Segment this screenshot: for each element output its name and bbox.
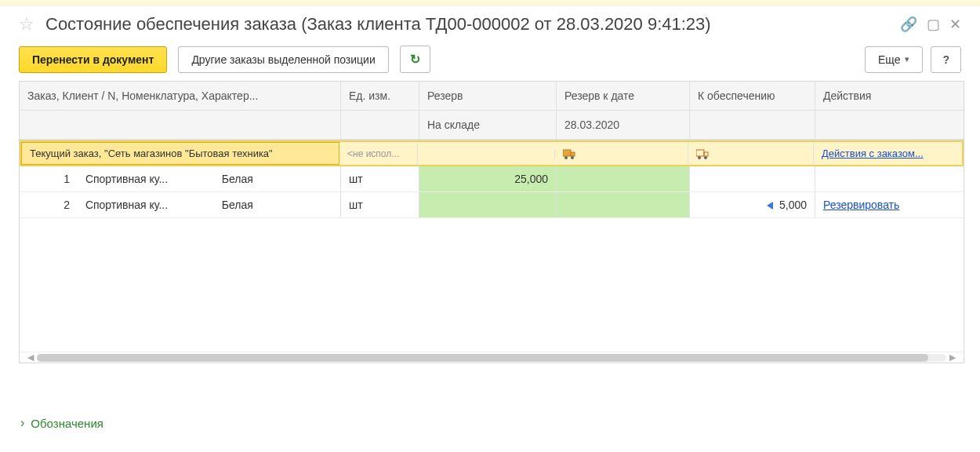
row-reserve-date (557, 166, 690, 191)
row-provide (690, 166, 815, 191)
reserve-link[interactable]: Резервировать (823, 199, 899, 211)
group-row[interactable]: Текущий заказ, "Сеть магазинов "Бытовая … (20, 140, 964, 166)
col-reserve-date[interactable]: Резерв к дате (557, 82, 690, 111)
col-date-sub: 28.03.2020 (557, 111, 690, 140)
svg-rect-0 (563, 150, 571, 156)
row-char: Белая (222, 199, 253, 211)
table-row[interactable]: 2 Спортивная ку... Белая шт 5,000 Резерв… (20, 192, 964, 218)
group-reserve (418, 149, 555, 159)
group-truck2 (688, 143, 814, 165)
group-label: Текущий заказ, "Сеть магазинов "Бытовая … (21, 142, 339, 165)
more-label: Еще (878, 53, 901, 66)
refresh-button[interactable]: ↻ (400, 46, 430, 73)
row-name: Спортивная ку... (85, 199, 219, 211)
page-title: Состояние обеспечения заказа (Заказ клие… (45, 14, 892, 35)
row-reserve (419, 192, 557, 217)
row-provide-value: 5,000 (779, 199, 807, 211)
row-actions (815, 166, 964, 191)
col-actions-sub (815, 111, 964, 140)
row-name: Спортивная ку... (85, 173, 219, 185)
truck-outline-icon (696, 148, 710, 159)
scroll-thumb[interactable] (37, 354, 928, 362)
svg-rect-5 (704, 152, 708, 156)
col-unit-sub (341, 111, 419, 140)
row-order: 1 Спортивная ку... Белая (20, 166, 341, 191)
table-row[interactable]: 1 Спортивная ку... Белая шт 25,000 (20, 166, 964, 192)
scroll-track[interactable] (37, 354, 946, 362)
row-char: Белая (222, 173, 253, 185)
refresh-icon: ↻ (410, 53, 420, 66)
transfer-button[interactable]: Перенести в документ (19, 46, 167, 73)
row-unit: шт (341, 192, 419, 217)
row-reserve: 25,000 (419, 166, 557, 191)
svg-point-6 (698, 156, 701, 159)
favorite-star-icon[interactable]: ☆ (19, 14, 34, 35)
row-actions[interactable]: Резервировать (815, 192, 964, 217)
col-unit[interactable]: Ед. изм. (341, 82, 419, 111)
group-actions[interactable]: Действия с заказом... (814, 143, 962, 164)
data-table: Заказ, Клиент / N, Номенклатура, Характе… (19, 81, 964, 363)
group-actions-link[interactable]: Действия с заказом... (822, 148, 924, 159)
truck-icon (563, 148, 577, 159)
svg-rect-1 (571, 152, 575, 156)
col-provide-sub (690, 111, 815, 140)
arrow-left-icon (767, 202, 773, 210)
toolbar: Перенести в документ Другие заказы выдел… (0, 41, 980, 78)
col-reserve-sub: На складе (419, 111, 557, 140)
svg-point-7 (704, 156, 707, 159)
link-icon[interactable]: 🔗 (900, 16, 917, 33)
svg-point-3 (571, 156, 574, 159)
scroll-left-icon[interactable]: ◀ (24, 352, 37, 363)
header: ☆ Состояние обеспечения заказа (Заказ кл… (0, 6, 980, 41)
horizontal-scrollbar[interactable]: ◀ ▶ (20, 352, 964, 363)
col-reserve[interactable]: Резерв (419, 82, 557, 111)
other-orders-button[interactable]: Другие заказы выделенной позиции (178, 46, 388, 73)
row-provide: 5,000 (690, 192, 815, 217)
group-unit-note: <не испол... (339, 144, 418, 164)
row-unit: шт (341, 166, 419, 191)
legend-label: Обозначения (31, 417, 103, 430)
row-reserve-date (557, 192, 690, 217)
scroll-right-icon[interactable]: ▶ (946, 352, 959, 363)
toolbar-strip (0, 0, 980, 6)
row-num: 2 (27, 199, 82, 211)
row-num: 1 (27, 173, 82, 185)
help-button[interactable]: ? (931, 46, 961, 73)
legend-toggle[interactable]: Обозначения (20, 416, 103, 430)
more-button[interactable]: Еще (865, 46, 924, 73)
col-provide[interactable]: К обеспечению (690, 82, 815, 111)
row-order: 2 Спортивная ку... Белая (20, 192, 341, 217)
col-order[interactable]: Заказ, Клиент / N, Номенклатура, Характе… (20, 82, 341, 111)
close-icon[interactable]: ✕ (949, 16, 961, 33)
col-order-sub (20, 111, 341, 140)
group-truck1 (555, 143, 688, 165)
col-actions[interactable]: Действия (815, 82, 964, 111)
svg-point-2 (564, 156, 568, 159)
window-icon[interactable]: ▢ (927, 16, 940, 33)
svg-rect-4 (696, 150, 704, 156)
